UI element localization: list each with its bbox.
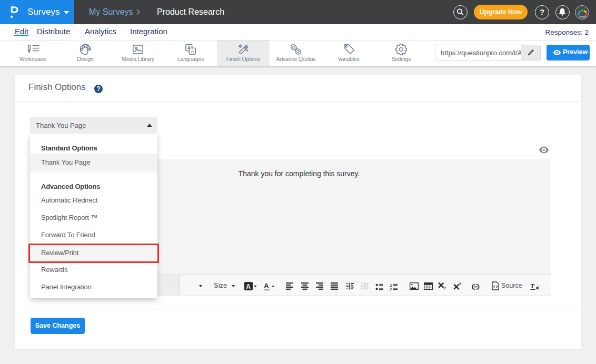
svg-text:T: T	[530, 282, 535, 290]
svg-text:2: 2	[444, 286, 446, 290]
svg-text:2: 2	[459, 281, 461, 286]
svg-text:A: A	[264, 282, 269, 290]
svg-text:A: A	[191, 48, 194, 54]
svg-text:2: 2	[390, 287, 392, 290]
svg-text:A: A	[246, 283, 251, 290]
